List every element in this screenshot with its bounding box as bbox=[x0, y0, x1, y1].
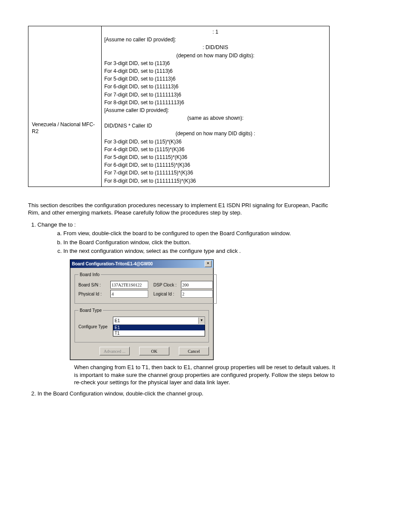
configure-type-select[interactable]: E1 ▼ bbox=[113, 317, 205, 325]
config-table: Venezuela / Nacional MFC-R2 : 1[Assume n… bbox=[28, 26, 330, 187]
table-line: For 5-digit DID, set to (11113)6 bbox=[104, 75, 327, 83]
table-line: : 1 bbox=[104, 28, 327, 36]
chevron-down-icon[interactable]: ▼ bbox=[198, 317, 205, 324]
board-info-group: Board Info Board S/N : DSP Clock : Physi… bbox=[75, 272, 217, 304]
table-line: For 4-digit DID, set to (1113)6 bbox=[104, 67, 327, 75]
cancel-button[interactable]: Cancel bbox=[179, 347, 209, 355]
step-1b: In the Board Configuration window, click… bbox=[63, 239, 340, 246]
option-e1[interactable]: E1 bbox=[113, 325, 205, 330]
table-line: For 4-digit DID, set to (1115)*(K)36 bbox=[104, 146, 327, 153]
dialog-titlebar: Board Configuration-TritonE1-4@GW00 × bbox=[70, 260, 213, 268]
board-type-group: Board Type Configure Type E1 ▼ E1 bbox=[75, 308, 209, 342]
intro-paragraph: This section describes the configuration… bbox=[28, 202, 340, 217]
table-line: (same as above shown): bbox=[104, 114, 327, 122]
option-t1[interactable]: T1 bbox=[113, 330, 205, 336]
input-board-sn[interactable] bbox=[110, 281, 148, 289]
table-line: (depend on how many DID digits) : bbox=[104, 130, 327, 137]
input-dsp-clock[interactable] bbox=[181, 281, 213, 289]
close-icon[interactable]: × bbox=[205, 261, 212, 267]
table-left-cell: Venezuela / Nacional MFC-R2 bbox=[28, 26, 102, 187]
table-line: For 7-digit DID, set to (1111115)*(K)36 bbox=[104, 169, 327, 177]
table-line: For 8-digit DID, set to (11111115)*(K)36 bbox=[104, 177, 327, 185]
ok-button[interactable]: OK bbox=[139, 347, 169, 355]
table-line: For 8-digit DID, set to (11111113)6 bbox=[104, 99, 327, 106]
step-1-note: When changing from E1 to T1, then back t… bbox=[74, 364, 340, 386]
label-board-sn: Board S/N : bbox=[78, 283, 110, 287]
dialog-title: Board Configuration-TritonE1-4@GW00 bbox=[72, 261, 153, 266]
label-logical-id: Logical Id : bbox=[153, 292, 181, 296]
step-1a: From view, double-click the board to be … bbox=[63, 230, 340, 237]
table-line: : DID/DNIS bbox=[104, 44, 327, 51]
table-line: For 5-digit DID, set to (11115)*(K)36 bbox=[104, 153, 327, 161]
table-line: For 3-digit DID, set to (115)*(K)36 bbox=[104, 138, 327, 146]
board-info-legend: Board Info bbox=[78, 272, 101, 277]
table-line: (depend on how many DID digits): bbox=[104, 52, 327, 59]
select-value: E1 bbox=[113, 318, 198, 324]
step-1: Change the to : From view, double-click … bbox=[37, 221, 340, 386]
label-configure-type: Configure Type bbox=[78, 324, 113, 329]
table-line: For 6-digit DID, set to (111115)*(K)36 bbox=[104, 161, 327, 169]
table-right-cell: : 1[Assume no caller ID provided]:: DID/… bbox=[102, 26, 330, 187]
board-type-legend: Board Type bbox=[78, 308, 103, 313]
table-line: For 3-digit DID, set to (113)6 bbox=[104, 59, 327, 67]
advanced-button: Advanced ... bbox=[100, 347, 130, 355]
step-1-text: Change the to : bbox=[37, 221, 76, 228]
table-line: For 7-digit DID, set to (1111113)6 bbox=[104, 91, 327, 99]
table-line: DID/DNIS * Caller ID bbox=[104, 122, 327, 130]
board-config-dialog: Board Configuration-TritonE1-4@GW00 × Bo… bbox=[70, 259, 214, 360]
configure-type-listbox[interactable]: E1 T1 bbox=[113, 325, 205, 336]
input-physical-id[interactable] bbox=[110, 290, 148, 298]
step-1c: In the next configuration window, select… bbox=[63, 247, 340, 255]
step-2: In the Board Configuration window, doubl… bbox=[37, 390, 340, 398]
table-line: [Assume no caller ID provided]: bbox=[104, 36, 327, 44]
table-line: For 6-digit DID, set to (111113)6 bbox=[104, 83, 327, 90]
label-physical-id: Physical Id : bbox=[78, 292, 110, 296]
label-dsp-clock: DSP Clock : bbox=[153, 283, 181, 287]
input-logical-id[interactable] bbox=[181, 290, 213, 298]
table-line: [Assume caller ID provided]: bbox=[104, 106, 327, 114]
